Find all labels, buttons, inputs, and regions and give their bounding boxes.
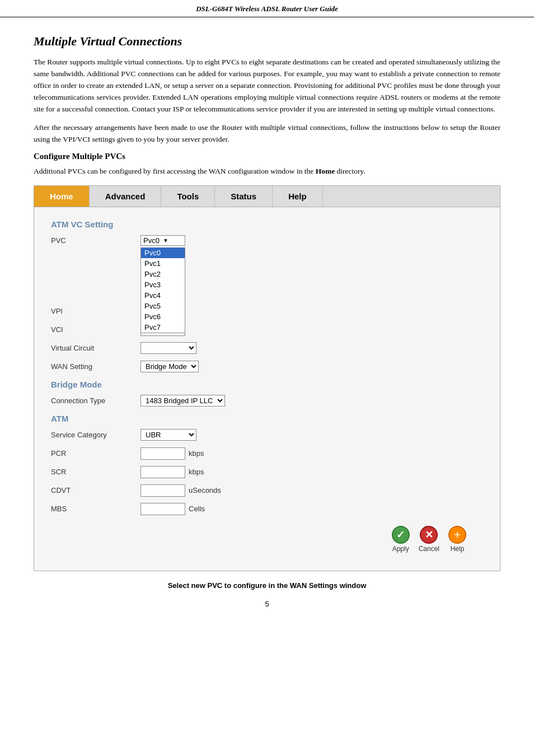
vci-row: VCI: [51, 323, 483, 337]
atm-vc-heading: ATM VC Setting: [51, 220, 483, 229]
header-title: DSL-G684T Wireless ADSL Router User Guid…: [196, 4, 338, 13]
mbs-input[interactable]: [140, 503, 185, 515]
pvc-option-3[interactable]: Pvc3: [141, 279, 185, 290]
mbs-control: Cells: [140, 503, 205, 515]
cdvt-control: uSeconds: [140, 484, 221, 497]
virtual-circuit-row: Virtual Circuit: [51, 341, 483, 356]
cancel-button[interactable]: ✕: [420, 526, 438, 544]
wan-setting-control: Bridge Mode: [140, 361, 199, 372]
pvc-option-6[interactable]: Pvc6: [141, 311, 185, 322]
body-paragraph-2: After the necessary arrangements have be…: [34, 122, 500, 146]
pvc-dropdown-wrapper[interactable]: Pvc0 ▼ Pvc0 Pvc1 Pvc2 Pvc3 Pvc4 Pvc5 Pvc…: [140, 235, 185, 246]
cancel-label: Cancel: [419, 545, 439, 553]
body-paragraph-1: The Router supports multiple virtual con…: [34, 57, 500, 115]
vci-label: VCI: [51, 325, 140, 334]
virtual-circuit-select[interactable]: [140, 342, 196, 354]
mbs-row: MBS Cells: [51, 502, 483, 516]
pvc-selected-value: Pvc0: [143, 236, 160, 245]
service-category-row: Service Category UBR: [51, 428, 483, 442]
pcr-input[interactable]: [140, 447, 185, 460]
wan-setting-label: WAN Setting: [51, 362, 140, 371]
atm-heading: ATM: [51, 414, 483, 423]
check-icon: ✓: [396, 529, 405, 541]
page-header: DSL-G684T Wireless ADSL Router User Guid…: [0, 0, 534, 17]
page-number: 5: [34, 600, 500, 608]
pvc-arrow-icon: ▼: [163, 237, 168, 244]
scr-input[interactable]: [140, 466, 185, 478]
scr-unit: kbps: [189, 468, 204, 476]
connection-type-control: 1483 Bridged IP LLC: [140, 395, 225, 407]
nav-status[interactable]: Status: [215, 186, 273, 207]
vpi-label: VPI: [51, 307, 140, 315]
cdvt-unit: uSeconds: [189, 486, 221, 494]
nav-advanced[interactable]: Advanced: [90, 186, 162, 207]
apply-button[interactable]: ✓: [392, 526, 410, 544]
button-row: ✓ Apply ✕ Cancel + Help: [51, 520, 483, 561]
connection-type-row: Connection Type 1483 Bridged IP LLC: [51, 394, 483, 408]
page-title: Multiple Virtual Connections: [34, 34, 500, 49]
connection-type-label: Connection Type: [51, 396, 140, 405]
pvc-option-2[interactable]: Pvc2: [141, 269, 185, 279]
section-intro: Additional PVCs can be configured by fir…: [34, 166, 500, 177]
nav-tools[interactable]: Tools: [161, 186, 215, 207]
cancel-group: ✕ Cancel: [419, 526, 439, 553]
nav-home[interactable]: Home: [34, 186, 90, 207]
pcr-control: kbps: [140, 447, 204, 460]
wan-setting-row: WAN Setting Bridge Mode: [51, 360, 483, 374]
pvc-option-7[interactable]: Pvc7: [141, 322, 185, 333]
apply-label: Apply: [392, 545, 409, 553]
help-group: + Help: [448, 526, 466, 553]
help-label: Help: [451, 545, 465, 553]
connection-type-select[interactable]: 1483 Bridged IP LLC: [140, 395, 225, 407]
pvc-control: Pvc0 ▼ Pvc0 Pvc1 Pvc2 Pvc3 Pvc4 Pvc5 Pvc…: [140, 235, 185, 246]
section-title: Configure Multiple PVCs: [34, 152, 500, 161]
nav-bar: Home Advanced Tools Status Help: [34, 186, 500, 207]
form-area: ATM VC Setting PVC Pvc0 ▼ Pvc0 Pvc1 Pvc2: [34, 207, 500, 571]
pvc-option-5[interactable]: Pvc5: [141, 301, 185, 311]
mbs-unit: Cells: [189, 505, 205, 513]
service-category-label: Service Category: [51, 431, 140, 439]
pcr-row: PCR kbps: [51, 446, 483, 461]
help-button[interactable]: +: [448, 526, 466, 544]
scr-row: SCR kbps: [51, 465, 483, 479]
pvc-row: PVC Pvc0 ▼ Pvc0 Pvc1 Pvc2 Pvc3 Pvc4: [51, 234, 483, 248]
service-category-control: UBR: [140, 429, 196, 441]
virtual-circuit-control: [140, 342, 196, 354]
pcr-label: PCR: [51, 449, 140, 458]
pvc-select-box[interactable]: Pvc0 ▼: [140, 235, 185, 246]
pvc-option-4[interactable]: Pvc4: [141, 290, 185, 301]
x-icon: ✕: [425, 529, 433, 541]
caption: Select new PVC to configure in the WAN S…: [34, 581, 500, 590]
apply-group: ✓ Apply: [392, 526, 410, 553]
nav-help[interactable]: Help: [273, 186, 323, 207]
scr-control: kbps: [140, 466, 204, 478]
plus-icon: +: [454, 529, 461, 541]
vpi-row: VPI: [51, 304, 483, 319]
scr-label: SCR: [51, 468, 140, 476]
pvc-label: PVC: [51, 236, 140, 245]
pcr-unit: kbps: [189, 449, 204, 458]
pvc-option-1[interactable]: Pvc1: [141, 258, 185, 269]
mbs-label: MBS: [51, 505, 140, 513]
pvc-dropdown-open: Pvc0 Pvc1 Pvc2 Pvc3 Pvc4 Pvc5 Pvc6 Pvc7: [140, 248, 185, 333]
cdvt-row: CDVT uSeconds: [51, 483, 483, 498]
wan-setting-select[interactable]: Bridge Mode: [140, 361, 199, 372]
virtual-circuit-label: Virtual Circuit: [51, 344, 140, 352]
bridge-mode-heading: Bridge Mode: [51, 380, 483, 389]
pvc-option-0[interactable]: Pvc0: [141, 248, 185, 258]
ui-frame: Home Advanced Tools Status Help ATM VC S…: [34, 185, 500, 571]
cdvt-input[interactable]: [140, 484, 185, 497]
service-category-select[interactable]: UBR: [140, 429, 196, 441]
cdvt-label: CDVT: [51, 486, 140, 494]
